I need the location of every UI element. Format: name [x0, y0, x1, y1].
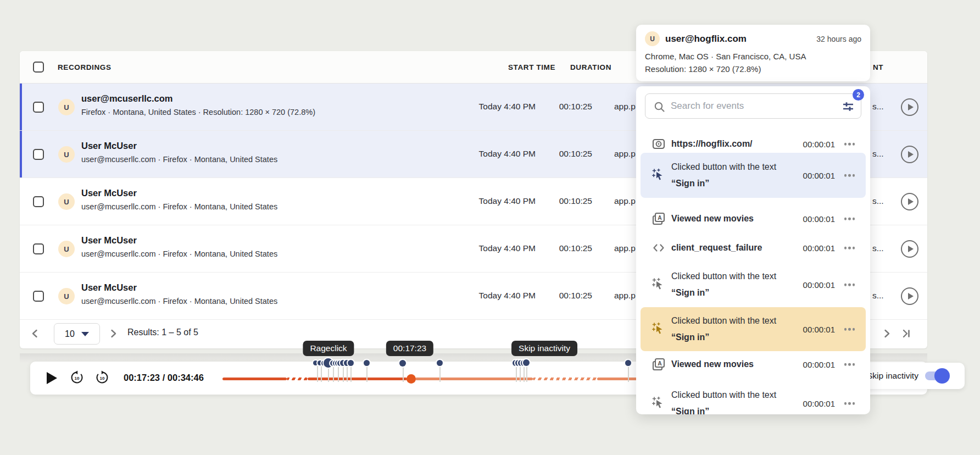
seekbar-remaining-segment[interactable]: [597, 378, 637, 380]
event-menu-button[interactable]: [842, 245, 858, 252]
session-meta-line1: Chrome, Mac OS · San Francisco, CA, USA: [645, 50, 861, 63]
event-row[interactable]: Viewed new movies 00:00:01: [641, 352, 866, 376]
seekbar-played-segment[interactable]: [222, 378, 287, 380]
play-icon: [908, 151, 914, 158]
first-url-cell: app.p: [614, 149, 636, 159]
last-page-icon[interactable]: [901, 328, 912, 339]
event-menu-button[interactable]: [842, 215, 858, 223]
timestamp-tooltip: 00:17:23: [386, 341, 433, 356]
previous-page-icon[interactable]: [30, 328, 41, 339]
event-menu-button[interactable]: [842, 141, 858, 148]
seekbar-played-segment[interactable]: [308, 378, 407, 380]
session-replay-page: RECORDINGS START TIME DURATION NT U user…: [0, 0, 980, 455]
marker-stem: [333, 366, 334, 382]
recording-subtitle: user@mcuserllc.com · Firefox · Montana, …: [81, 297, 277, 306]
event-timestamp: 00:00:01: [803, 360, 835, 369]
filter-icon[interactable]: [841, 99, 855, 114]
next-page-right-icon[interactable]: [881, 328, 892, 339]
search-input[interactable]: [671, 94, 825, 118]
play-recording-button[interactable]: [901, 98, 918, 116]
playback-time: 00:17:23 / 00:34:46: [124, 373, 204, 383]
session-info-card: U user@hogflix.com 32 hours ago Chrome, …: [636, 25, 870, 81]
autocapture-cursor-icon: [652, 322, 666, 336]
event-menu-button[interactable]: [842, 281, 858, 288]
autocapture-cursor-icon: [652, 278, 666, 292]
play-icon: [908, 104, 914, 110]
clipped-cell: s...: [872, 291, 884, 301]
forward-10-icon[interactable]: [95, 370, 109, 385]
event-marker-dot[interactable]: [437, 360, 443, 366]
event-label: Viewed new movies: [671, 356, 786, 373]
avatar: U: [58, 193, 75, 210]
event-row[interactable]: Clicked button with the text “Sign in” 0…: [641, 262, 866, 307]
rageclick-tooltip: Rageclick: [303, 341, 354, 356]
page-size-value: 10: [65, 329, 75, 339]
row-checkbox[interactable]: [33, 149, 44, 160]
seekbar-inactivity-segment[interactable]: [287, 378, 308, 380]
rewind-10-icon[interactable]: [70, 370, 84, 385]
recordings-column-header: RECORDINGS: [58, 63, 112, 71]
playhead-handle[interactable]: [407, 374, 416, 384]
events-panel: 2 https://hogflix.com/ 00:00:01 Clicked …: [636, 86, 870, 414]
event-marker-dot[interactable]: [399, 360, 406, 367]
event-timestamp: 00:00:01: [803, 214, 835, 224]
start-time-cell: Today 4:40 PM: [456, 243, 536, 253]
recording-title: User McUser: [81, 282, 137, 293]
seekbar-inactivity-segment[interactable]: [533, 378, 597, 380]
play-recording-button[interactable]: [901, 146, 918, 163]
event-menu-button[interactable]: [842, 400, 858, 407]
duration-cell: 00:10:25: [529, 291, 592, 301]
event-timestamp: 00:00:01: [803, 399, 835, 408]
recording-subtitle: Firefox · Montana, United States · Resol…: [81, 108, 315, 116]
event-row[interactable]: Clicked button with the text “Sign in” 0…: [641, 381, 866, 414]
event-timestamp: 00:00:01: [803, 280, 835, 290]
event-row[interactable]: Clicked button with the text “Sign in” 0…: [641, 153, 866, 198]
seekbar-remaining-segment[interactable]: [415, 378, 533, 380]
play-icon: [908, 198, 914, 205]
start-time-cell: Today 4:40 PM: [456, 291, 536, 301]
row-checkbox[interactable]: [33, 102, 44, 113]
marker-stem: [439, 366, 441, 382]
event-menu-button[interactable]: [842, 326, 858, 333]
event-label: client_request_failure: [671, 240, 786, 256]
event-menu-button[interactable]: [842, 172, 858, 179]
person-email[interactable]: user@hogflix.com: [665, 34, 811, 45]
play-recording-button[interactable]: [901, 287, 918, 305]
event-row[interactable]: client_request_failure 00:00:01: [641, 236, 866, 260]
marker-stem: [328, 366, 329, 382]
autocapture-cursor-icon: [652, 168, 666, 182]
first-url-cell: app.p: [614, 243, 636, 253]
event-marker-dot[interactable]: [523, 359, 530, 366]
clipped-cell: s...: [872, 196, 884, 206]
event-label: Clicked button with the text “Sign in”: [671, 268, 786, 301]
select-all-checkbox[interactable]: [33, 62, 44, 73]
row-checkbox[interactable]: [33, 196, 44, 207]
play-button[interactable]: [47, 372, 57, 384]
event-marker-dot[interactable]: [625, 360, 631, 366]
event-marker-dot[interactable]: [364, 360, 370, 366]
event-menu-button[interactable]: [842, 361, 858, 368]
next-page-icon[interactable]: [108, 328, 119, 339]
toggle-knob: [934, 368, 950, 384]
play-icon: [908, 293, 914, 299]
page-size-select[interactable]: 10: [54, 323, 100, 345]
recording-title: user@mcuserllc.com: [81, 93, 173, 104]
filter-count-badge: 2: [853, 89, 864, 101]
marker-stem: [520, 366, 521, 382]
event-row[interactable]: Viewed new movies 00:00:01: [641, 207, 866, 231]
clipped-cell: s...: [872, 149, 884, 159]
play-recording-button[interactable]: [901, 240, 918, 258]
row-checkbox[interactable]: [33, 243, 44, 254]
play-recording-button[interactable]: [901, 193, 918, 210]
event-row[interactable]: Clicked button with the text “Sign in” 0…: [641, 307, 866, 351]
marker-stem: [321, 366, 322, 382]
event-marker-dot[interactable]: [348, 360, 354, 366]
recording-subtitle: user@mcuserllc.com · Firefox · Montana, …: [81, 249, 277, 258]
duration-cell: 00:10:25: [529, 102, 592, 112]
row-checkbox[interactable]: [33, 291, 44, 302]
marker-stem: [516, 366, 517, 382]
skip-inactivity-toggle[interactable]: [925, 371, 948, 380]
avatar: U: [58, 288, 75, 304]
clipped-column-header: NT: [873, 63, 883, 71]
marker-stem: [628, 366, 629, 382]
